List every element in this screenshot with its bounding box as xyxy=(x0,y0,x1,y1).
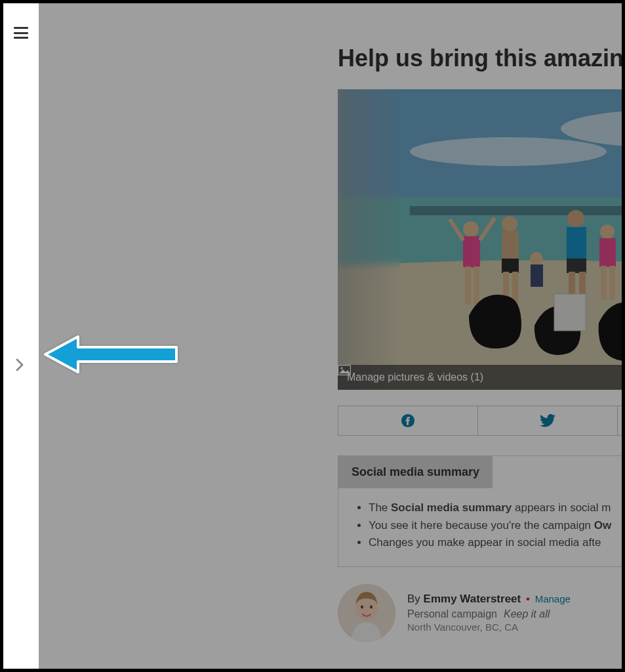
collapsed-sidebar xyxy=(3,3,39,669)
annotation-arrow xyxy=(41,334,178,377)
hamburger-menu-icon[interactable] xyxy=(14,27,28,39)
expand-chevron-icon[interactable] xyxy=(15,358,26,375)
